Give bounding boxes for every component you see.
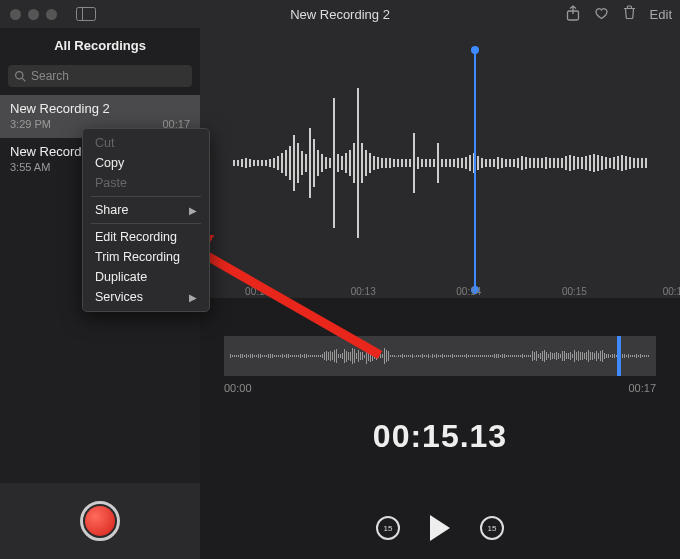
minimize-window-dot[interactable] (28, 9, 39, 20)
current-time: 00:15.13 (200, 418, 680, 455)
sidebar-header: All Recordings (0, 28, 200, 63)
scrub-times: 00:00 00:17 (224, 382, 656, 394)
playhead[interactable] (474, 50, 476, 290)
ctx-separator (91, 196, 201, 197)
skip-back-button[interactable]: 15 (376, 516, 400, 540)
ruler-tick: 00:16 (663, 286, 680, 297)
ctx-paste: Paste (83, 173, 209, 193)
window-traffic-lights (0, 9, 57, 20)
ctx-trim-recording[interactable]: Trim Recording (83, 247, 209, 267)
zoom-window-dot[interactable] (46, 9, 57, 20)
chevron-right-icon: ▶ (189, 205, 197, 216)
ctx-edit-recording[interactable]: Edit Recording (83, 227, 209, 247)
ctx-separator (91, 223, 201, 224)
svg-line-4 (22, 78, 25, 81)
search-placeholder: Search (31, 69, 69, 83)
scrub-end: 00:17 (628, 382, 656, 394)
main-panel: 00:12 00:13 00:14 00:15 00:16 00:00 00:1… (200, 28, 680, 559)
ruler-tick: 00:15 (562, 286, 587, 297)
svg-rect-0 (77, 8, 96, 21)
window-title: New Recording 2 (290, 7, 390, 22)
ctx-services[interactable]: Services▶ (83, 287, 209, 307)
record-button-wrap (0, 483, 200, 559)
skip-forward-button[interactable]: 15 (480, 516, 504, 540)
chevron-right-icon: ▶ (189, 292, 197, 303)
edit-button[interactable]: Edit (650, 7, 672, 22)
ruler-tick: 00:13 (351, 286, 376, 297)
ctx-cut: Cut (83, 133, 209, 153)
waveform (200, 73, 680, 253)
record-button[interactable] (80, 501, 120, 541)
recording-time: 3:55 AM (10, 161, 50, 173)
scrub-waveform (230, 347, 650, 365)
scrub-track[interactable] (224, 336, 656, 376)
time-ruler: 00:12 00:13 00:14 00:15 00:16 (200, 286, 680, 302)
waveform-area[interactable] (200, 28, 680, 298)
play-button[interactable] (430, 515, 450, 541)
titlebar: New Recording 2 Edit (0, 0, 680, 28)
search-icon (14, 70, 27, 83)
ruler-tick: 00:14 (456, 286, 481, 297)
ruler-tick: 00:12 (245, 286, 270, 297)
search-input[interactable]: Search (8, 65, 192, 87)
ctx-share[interactable]: Share▶ (83, 200, 209, 220)
share-icon[interactable] (566, 5, 580, 24)
svg-point-3 (16, 71, 23, 78)
recording-title: New Recording 2 (10, 101, 190, 116)
ctx-copy[interactable]: Copy (83, 153, 209, 173)
favorite-icon[interactable] (594, 6, 609, 23)
close-window-dot[interactable] (10, 9, 21, 20)
scrub-start: 00:00 (224, 382, 252, 394)
ctx-duplicate[interactable]: Duplicate (83, 267, 209, 287)
context-menu: Cut Copy Paste Share▶ Edit Recording Tri… (82, 128, 210, 312)
sidebar-toggle-icon[interactable] (75, 6, 97, 22)
playback-controls: 15 15 (200, 515, 680, 541)
trash-icon[interactable] (623, 5, 636, 23)
recording-time: 3:29 PM (10, 118, 51, 130)
scrub-playhead[interactable] (617, 336, 621, 376)
